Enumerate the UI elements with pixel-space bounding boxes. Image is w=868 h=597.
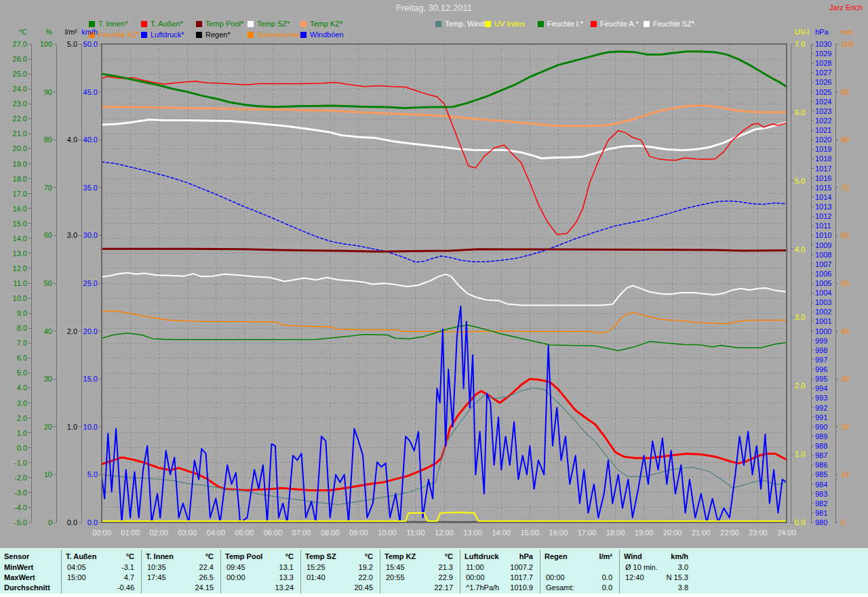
axis-tick-label-pct: 80 <box>44 136 52 144</box>
table-value-cell: 00:00 <box>546 573 565 581</box>
axis-tick-label-temp: -1.0 <box>14 459 27 467</box>
axis-tick-label-pct: 40 <box>44 327 52 335</box>
table-value-cell: 00:00 <box>466 573 485 581</box>
x-axis-label: 20:00 <box>663 529 682 537</box>
axis-tick-label-hpa: 1028 <box>815 59 831 67</box>
axis-tick-label-hpa: 994 <box>815 384 827 392</box>
table-header-cell: MaxWert <box>4 573 35 581</box>
axis-tick-label-kmh: 30.0 <box>83 231 98 239</box>
axis-tick-label-hpa: 996 <box>815 365 827 373</box>
axis-tick-label-kmh: 20.0 <box>83 327 98 335</box>
table-value-cell: 22.17 <box>434 583 453 592</box>
table-value-cell: -3.1 <box>121 563 134 571</box>
axis-tick-label-temp: 15.0 <box>13 220 27 228</box>
table-header-cell: Durchschnitt <box>4 583 50 592</box>
axis-tick-label-pct: 70 <box>44 184 52 192</box>
axis-tick-label-kmh: 25.0 <box>83 279 98 287</box>
axis-tick-label-hpa: 1002 <box>815 308 831 316</box>
axis-tick-label-kmh: 45.0 <box>83 88 98 96</box>
axis-header-temp: °C <box>19 28 27 36</box>
table-value-cell: 22.9 <box>439 573 453 581</box>
axis-tick-label-hpa: 1006 <box>815 270 831 278</box>
axis-tick-label-temp: 0.0 <box>17 444 27 452</box>
axis-tick-label-temp: 11.0 <box>13 279 27 287</box>
table-value-cell: 26.5 <box>199 573 214 581</box>
axis-tick-label-kmh: 10.0 <box>83 423 98 431</box>
weather-chart: 27.026.025.024.023.022.021.020.019.018.0… <box>0 0 868 597</box>
table-column-separator <box>61 550 62 594</box>
table-value-cell: 04:05 <box>67 563 86 571</box>
table-value-cell: ^1.7hPa/h <box>466 583 499 592</box>
table-header-cell: °C <box>365 552 373 560</box>
table-value-cell: 0.0 <box>602 573 612 581</box>
axis-tick-label-pct: 20 <box>44 423 52 431</box>
axis-tick-label-min: 10 <box>841 470 849 478</box>
table-header-cell: MinWert <box>4 563 33 571</box>
table-header-cell: Sensor <box>4 552 29 560</box>
axis-tick-label-hpa: 1026 <box>815 78 831 86</box>
axis-tick-label-uv: 0.0 <box>795 518 805 527</box>
x-axis-label: 15:00 <box>520 529 539 537</box>
axis-tick-label-temp: 2.0 <box>17 414 27 422</box>
axis-tick-label-lm2: 5.0 <box>67 40 77 48</box>
table-column-separator <box>141 550 142 594</box>
table-value-cell: 10:35 <box>147 563 166 571</box>
x-axis-label: 17:00 <box>578 529 597 537</box>
table-value-cell: 3.8 <box>678 583 688 592</box>
table-column-separator <box>380 550 380 594</box>
axis-tick-label-uv: 5.0 <box>795 177 805 185</box>
table-column-separator <box>460 550 460 594</box>
table-value-cell: 11:00 <box>466 563 484 571</box>
table-column-separator <box>619 550 620 594</box>
axis-tick-label-hpa: 981 <box>815 509 827 517</box>
axis-tick-label-temp: 19.0 <box>13 160 27 168</box>
x-axis-label: 01:00 <box>121 529 140 537</box>
axis-tick-label-kmh: 5.0 <box>87 470 98 478</box>
axis-tick-label-temp: 3.0 <box>17 399 27 407</box>
axis-tick-label-lm2: 2.0 <box>67 327 77 335</box>
x-axis-label: 09:00 <box>349 529 368 537</box>
axis-tick-label-hpa: 989 <box>815 432 827 440</box>
axis-tick-label-hpa: 990 <box>815 423 827 431</box>
axis-tick-label-hpa: 998 <box>815 346 827 354</box>
axis-tick-label-hpa: 1005 <box>815 279 831 287</box>
axis-tick-label-lm2: 1.0 <box>67 423 77 431</box>
axis-tick-label-hpa: 1010 <box>815 231 831 239</box>
axis-tick-label-hpa: 984 <box>815 480 827 489</box>
table-value-cell: 15:25 <box>307 563 326 571</box>
axis-tick-label-pct: 50 <box>44 279 52 287</box>
x-axis-label: 19:00 <box>635 529 654 537</box>
axis-tick-label-temp: 8.0 <box>17 324 27 332</box>
axis-tick-label-temp: 10.0 <box>13 294 27 302</box>
table-header-cell: l/m² <box>599 552 612 560</box>
table-value-cell: Gesamt: <box>546 583 574 592</box>
table-header-cell: °C <box>445 552 453 560</box>
axis-tick-label-temp: 9.0 <box>17 309 27 317</box>
axis-tick-label-temp: 16.0 <box>13 205 27 213</box>
axis-tick-label-temp: -2.0 <box>14 474 27 482</box>
x-axis-label: 24:00 <box>777 529 796 537</box>
axis-tick-label-temp: 22.0 <box>13 115 27 123</box>
table-value-cell: 00:00 <box>226 573 245 581</box>
axis-tick-label-hpa: 1001 <box>815 317 831 325</box>
table-value-cell: 19.2 <box>359 563 373 571</box>
axis-tick-label-min: 20 <box>841 423 849 431</box>
axis-tick-label-hpa: 1025 <box>815 88 831 96</box>
table-value-cell: 12:40 <box>625 573 644 581</box>
stats-table: SensorMinWertMaxWertDurchschnittT. Außen… <box>0 548 868 594</box>
axis-tick-label-hpa: 1013 <box>815 203 831 211</box>
table-header-cell: Temp Pool <box>225 552 262 560</box>
axis-tick-label-temp: 12.0 <box>13 264 27 272</box>
x-axis-label: 16:00 <box>549 529 568 537</box>
x-axis-label: 21:00 <box>692 529 711 537</box>
x-axis-label: 13:00 <box>463 529 482 537</box>
axis-tick-label-hpa: 1022 <box>815 117 831 125</box>
axis-tick-label-temp: 23.0 <box>13 100 27 108</box>
axis-tick-label-hpa: 1027 <box>815 68 831 77</box>
table-value-cell: 15:00 <box>67 573 86 581</box>
axis-tick-label-hpa: 1014 <box>815 193 831 201</box>
table-column-separator <box>220 550 221 594</box>
weather-app-window: Freitag, 30.12.2011 Jarz Erich T. Innen*… <box>0 0 868 597</box>
axis-tick-label-pct: 10 <box>44 470 52 478</box>
axis-tick-label-hpa: 982 <box>815 499 827 508</box>
